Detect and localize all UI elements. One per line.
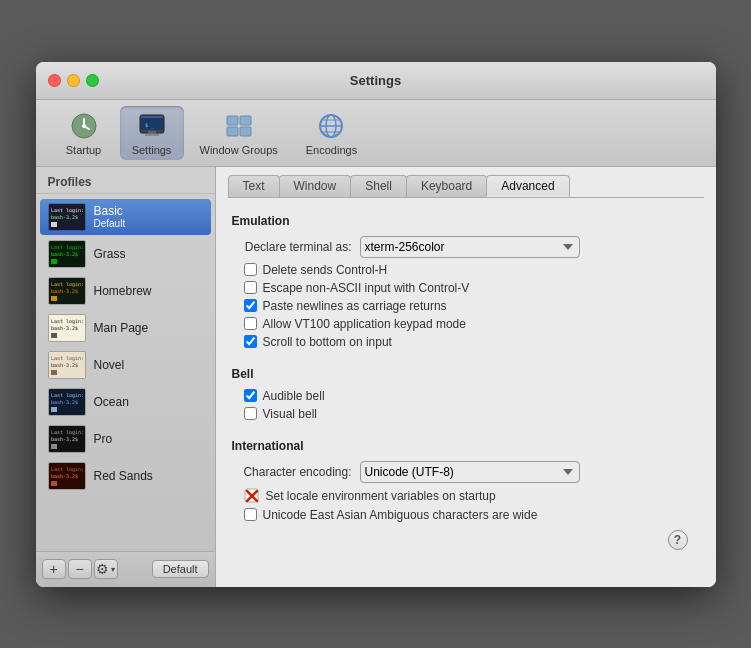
tab-text[interactable]: Text <box>228 175 280 197</box>
visual-bell-row: Visual bell <box>232 407 700 421</box>
set-locale-label: Set locale environment variables on star… <box>266 489 496 503</box>
sidebar-item-grass[interactable]: Last login: bash-3.2$ Grass <box>40 236 211 272</box>
redsands-text: Red Sands <box>94 469 203 483</box>
sidebar-item-ocean[interactable]: Last login: bash-3.2$ Ocean <box>40 384 211 420</box>
svg-text:Last login:: Last login: <box>51 318 84 325</box>
svg-text:$ _: $ _ <box>145 122 155 129</box>
audible-bell-row: Audible bell <box>232 389 700 403</box>
redsands-name: Red Sands <box>94 469 203 483</box>
delete-sends-checkbox[interactable] <box>244 263 257 276</box>
paste-newlines-label: Paste newlines as carriage returns <box>263 299 447 313</box>
novel-name: Novel <box>94 358 203 372</box>
declare-terminal-select[interactable]: xterm-256color xterm ansi vt100 <box>360 236 580 258</box>
right-panel: Text Window Shell Keyboard Advanced Emul… <box>216 167 716 587</box>
svg-text:bash-3.2$: bash-3.2$ <box>51 399 78 405</box>
encoding-row: Character encoding: Unicode (UTF-8) West… <box>232 461 700 483</box>
scroll-bottom-checkbox[interactable] <box>244 335 257 348</box>
paste-newlines-checkbox[interactable] <box>244 299 257 312</box>
gear-menu-button[interactable]: ⚙ ▾ <box>94 559 118 579</box>
svg-rect-10 <box>227 127 238 136</box>
svg-text:Last login:: Last login: <box>51 392 84 399</box>
svg-text:bash-3.2$: bash-3.2$ <box>51 214 78 220</box>
toolbar: Startup $ _ Settings <box>36 100 716 167</box>
thumb-manpage: Last login: bash-3.2$ <box>48 314 86 342</box>
encoding-select[interactable]: Unicode (UTF-8) Western (ISO Latin 1) Ja… <box>360 461 580 483</box>
encoding-label: Character encoding: <box>232 465 352 479</box>
manpage-name: Man Page <box>94 321 203 335</box>
svg-text:Last login:: Last login: <box>51 355 84 362</box>
sidebar-item-basic[interactable]: Last login: bash-3.2$ Basic Default <box>40 199 211 235</box>
ocean-name: Ocean <box>94 395 203 409</box>
sidebar-footer: + − ⚙ ▾ Default <box>36 551 215 587</box>
tab-advanced[interactable]: Advanced <box>486 175 569 197</box>
paste-newlines-row: Paste newlines as carriage returns <box>232 299 700 313</box>
add-profile-button[interactable]: + <box>42 559 66 579</box>
thumb-novel: Last login: bash-3.2$ <box>48 351 86 379</box>
sidebar-header: Profiles <box>36 167 215 194</box>
startup-icon <box>68 110 100 142</box>
thumb-basic: Last login: bash-3.2$ <box>48 203 86 231</box>
audible-bell-label: Audible bell <box>263 389 325 403</box>
svg-rect-44 <box>51 444 57 449</box>
svg-rect-36 <box>51 370 57 375</box>
svg-text:bash-3.2$: bash-3.2$ <box>51 436 78 442</box>
toolbar-window-groups[interactable]: Window Groups <box>188 106 290 160</box>
window-groups-label: Window Groups <box>200 144 278 156</box>
help-button[interactable]: ? <box>668 530 688 550</box>
svg-rect-48 <box>51 481 57 486</box>
delete-sends-row: Delete sends Control-H <box>232 263 700 277</box>
gear-chevron-icon: ▾ <box>111 565 115 574</box>
emulation-title: Emulation <box>232 214 700 228</box>
svg-point-1 <box>82 124 86 128</box>
tab-shell[interactable]: Shell <box>350 175 407 197</box>
manpage-text: Man Page <box>94 321 203 335</box>
encodings-label: Encodings <box>306 144 357 156</box>
svg-text:bash-3.2$: bash-3.2$ <box>51 473 78 479</box>
basic-text: Basic Default <box>94 204 203 229</box>
minimize-button[interactable] <box>67 74 80 87</box>
help-container: ? <box>232 530 700 558</box>
east-asian-checkbox[interactable] <box>244 508 257 521</box>
default-button[interactable]: Default <box>152 560 209 578</box>
titlebar: Settings <box>36 62 716 100</box>
svg-text:Last login:: Last login: <box>51 281 84 288</box>
sidebar-item-redsands[interactable]: Last login: bash-3.2$ Red Sands <box>40 458 211 494</box>
sidebar-item-novel[interactable]: Last login: bash-3.2$ Novel <box>40 347 211 383</box>
sep2 <box>232 425 700 435</box>
scroll-bottom-row: Scroll to bottom on input <box>232 335 700 349</box>
traffic-lights <box>48 74 99 87</box>
set-locale-checkbox-container <box>244 488 260 504</box>
escape-ascii-checkbox[interactable] <box>244 281 257 294</box>
audible-bell-checkbox[interactable] <box>244 389 257 402</box>
svg-text:Last login:: Last login: <box>51 244 84 251</box>
x-checkbox-icon <box>244 488 260 504</box>
thumb-pro: Last login: bash-3.2$ <box>48 425 86 453</box>
sidebar-item-pro[interactable]: Last login: bash-3.2$ Pro <box>40 421 211 457</box>
basic-subtitle: Default <box>94 218 203 229</box>
visual-bell-checkbox[interactable] <box>244 407 257 420</box>
allow-vt100-label: Allow VT100 application keypad mode <box>263 317 466 331</box>
bell-title: Bell <box>232 367 700 381</box>
svg-text:Last login:: Last login: <box>51 207 84 214</box>
maximize-button[interactable] <box>86 74 99 87</box>
sidebar-item-homebrew[interactable]: Last login: bash-3.2$ Homebrew <box>40 273 211 309</box>
toolbar-startup[interactable]: Startup <box>52 106 116 160</box>
svg-rect-28 <box>51 296 57 301</box>
thumb-ocean: Last login: bash-3.2$ <box>48 388 86 416</box>
declare-terminal-row: Declare terminal as: xterm-256color xter… <box>232 236 700 258</box>
pro-name: Pro <box>94 432 203 446</box>
close-button[interactable] <box>48 74 61 87</box>
profile-list: Last login: bash-3.2$ Basic Default <box>36 194 215 551</box>
settings-window: Settings Startup $ _ <box>36 62 716 587</box>
toolbar-settings[interactable]: $ _ Settings <box>120 106 184 160</box>
svg-text:bash-3.2$: bash-3.2$ <box>51 325 78 331</box>
ocean-text: Ocean <box>94 395 203 409</box>
tab-keyboard[interactable]: Keyboard <box>406 175 487 197</box>
settings-content: Emulation Declare terminal as: xterm-256… <box>216 198 716 587</box>
toolbar-encodings[interactable]: Encodings <box>294 106 369 160</box>
svg-rect-5 <box>148 131 156 134</box>
allow-vt100-checkbox[interactable] <box>244 317 257 330</box>
remove-profile-button[interactable]: − <box>68 559 92 579</box>
tab-window[interactable]: Window <box>279 175 352 197</box>
sidebar-item-manpage[interactable]: Last login: bash-3.2$ Man Page <box>40 310 211 346</box>
